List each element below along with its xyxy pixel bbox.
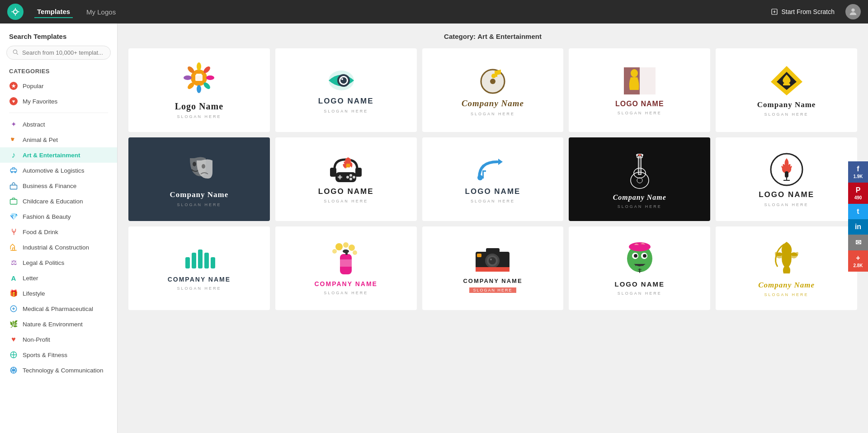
svg-rect-75 [211,257,215,268]
user-avatar[interactable] [845,4,861,19]
template-card[interactable]: LOGO NAME Slogan Here [569,226,710,310]
svg-rect-92 [476,267,509,272]
abstract-icon: ✦ [9,120,18,129]
sidebar-item-popular[interactable]: ★ Popular [0,78,117,94]
svg-point-49 [346,176,349,179]
search-box[interactable] [6,46,111,60]
app-logo[interactable] [7,4,24,20]
sidebar-item-animal[interactable]: Animal & Pet [0,132,117,147]
sidebar-divider [9,113,108,113]
categories-title: Categories [0,68,117,78]
svg-point-60 [636,154,638,156]
template-card[interactable]: COMPANY NAME Slogan Here [422,226,564,310]
nav-templates[interactable]: Templates [34,6,73,18]
svg-rect-72 [192,253,196,268]
logo-name-7: LOGO NAME [318,187,374,196]
sidebar-item-art[interactable]: ♪ Art & Entertainment [0,147,117,163]
social-share-bar: f 1.9K P 490 t in ✉ + 2.8K [848,161,868,272]
layout: Search Templates Categories ★ Popular ♥ … [0,24,868,433]
sidebar-item-automotive[interactable]: Automotive & Logistics [0,163,117,178]
svg-rect-55 [482,170,486,172]
template-card[interactable]: LOGO NAME Slogan Here [422,137,564,221]
slogan-7: Slogan Here [324,199,368,203]
logo-name-13: COMPANY NAME [463,278,522,285]
sidebar-item-food[interactable]: Food & Drink [0,224,117,240]
svg-point-61 [642,154,643,156]
sidebar-item-nonprofit[interactable]: ♥ Non-Profit [0,332,117,347]
svg-rect-71 [185,257,190,268]
sidebar-item-legal[interactable]: ⚖ Legal & Politics [0,255,117,270]
svg-point-19 [197,85,201,93]
svg-point-30 [341,78,343,80]
art-icon: ♪ [9,151,18,160]
template-card[interactable]: COMPANY NAME Slogan Here [128,226,270,310]
template-card[interactable]: COMPANY NAME Slogan Here [275,226,417,310]
svg-point-21 [184,75,192,80]
sidebar-item-favorites[interactable]: ♥ My Favorites [0,94,117,109]
main-content: Category: Art & Entertainment [118,24,868,433]
template-card[interactable]: LOGO NAME Slogan Here [275,137,417,221]
svg-rect-73 [198,249,203,268]
template-card[interactable]: LOGO NAME Slogan Here [275,48,417,132]
svg-rect-25 [196,74,202,75]
svg-point-42 [202,164,205,169]
sidebar-item-fashion[interactable]: 💎 Fashion & Beauty [0,209,117,224]
sidebar-item-industrial[interactable]: Industrial & Construction [0,240,117,255]
template-card[interactable]: Logo Name Slogan Here [128,48,270,132]
svg-rect-51 [339,175,341,179]
facebook-share-button[interactable]: f 1.9K [848,161,868,183]
logo-name-9: Company Name [613,193,666,202]
email-icon: ✉ [855,238,861,247]
svg-point-41 [193,162,196,166]
svg-point-7 [14,171,16,173]
sidebar-item-nature[interactable]: 🌿 Nature & Environment [0,316,117,332]
slogan-5: Slogan Here [764,112,809,117]
linkedin-icon: in [855,223,861,231]
sidebar-item-lifestyle[interactable]: 🎁 Lifestyle [0,286,117,301]
search-icon [12,49,19,56]
template-card[interactable]: Company Name Slogan Here [128,137,270,221]
template-card[interactable]: LOGO NAME Slogan Here [569,48,710,132]
svg-rect-43 [330,168,336,177]
linkedin-share-button[interactable]: in [848,219,868,235]
svg-point-90 [490,259,492,260]
sidebar-item-sports[interactable]: Sports & Fitness [0,347,117,362]
svg-point-6 [11,171,13,173]
sidebar-item-abstract[interactable]: ✦ Abstract [0,117,117,132]
logo-name-2: LOGO NAME [318,97,374,106]
sidebar-item-business[interactable]: Business & Finance [0,178,117,193]
svg-point-76 [335,243,343,250]
twitter-share-button[interactable]: t [848,204,868,219]
sidebar-item-childcare[interactable]: Childcare & Education [0,193,117,209]
template-card[interactable]: Company Name Slogan Here [716,226,857,310]
svg-point-48 [349,178,352,180]
category-header: Category: Art & Entertainment [128,33,857,40]
svg-point-47 [353,176,355,179]
sidebar-item-letter[interactable]: A Letter [0,270,117,286]
svg-point-33 [490,79,495,84]
sidebar-item-medical[interactable]: Medical & Pharmaceutical [0,301,117,316]
template-card[interactable]: LOGO NAME Slogan Here [716,137,857,221]
pinterest-share-button[interactable]: P 490 [848,183,868,204]
svg-point-66 [638,154,641,156]
popular-icon: ★ [9,81,18,90]
svg-point-0 [14,10,17,14]
svg-rect-91 [477,254,481,257]
slogan-14: Slogan Here [618,291,662,296]
plus-share-button[interactable]: + 2.8K [848,250,868,272]
start-from-scratch-button[interactable]: Start From Scratch [771,8,835,15]
facebook-icon: f [857,165,859,173]
search-input[interactable] [22,49,105,56]
technology-icon [9,366,18,375]
sidebar-item-technology[interactable]: Technology & Communication [0,362,117,378]
email-share-button[interactable]: ✉ [848,235,868,250]
favorites-icon: ♥ [9,97,18,106]
logo-name-5: Company Name [757,100,816,109]
logo-name-12: COMPANY NAME [315,280,377,288]
template-card[interactable]: Company Name Slogan Here [422,48,564,132]
slogan-12: Slogan Here [324,291,368,295]
slogan-3: Slogan Here [471,112,515,116]
template-card[interactable]: Company Name slogan here [569,137,710,221]
nav-my-logos[interactable]: My Logos [84,6,118,18]
template-card[interactable]: Company Name Slogan Here [716,48,857,132]
